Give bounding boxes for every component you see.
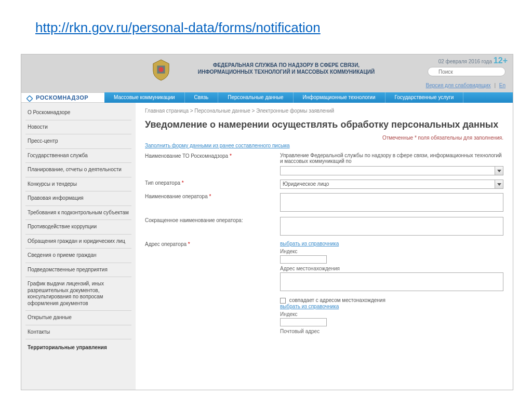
sidebar-item-contacts[interactable]: Контакты <box>25 325 131 340</box>
loc-addr-label: Адрес местонахождения <box>280 266 503 271</box>
org-label: Наименование ТО Роскомнадзора * <box>145 153 280 175</box>
emblem-icon <box>151 59 171 81</box>
sidebar-item-legal[interactable]: Правовая информация <box>25 191 131 206</box>
federal-title: ФЕДЕРАЛЬНАЯ СЛУЖБА ПО НАДЗОРУ В СФЕРЕ СВ… <box>177 62 395 75</box>
logo-diamond-icon <box>26 94 33 101</box>
sidebar-item-schedule[interactable]: График выдачи лицензий, иных разрешитель… <box>25 277 131 311</box>
sidebar: О Роскомнадзоре Новости Пресс-центр Госу… <box>21 103 136 390</box>
short-name-input[interactable] <box>280 217 503 236</box>
lang-link[interactable]: En <box>499 83 506 88</box>
sidebar-item-appeals[interactable]: Обращения граждан и юридических лиц <box>25 235 131 249</box>
sidebar-item-opendata[interactable]: Открытые данные <box>25 311 131 325</box>
sidebar-item-gov-service[interactable]: Государственная служба <box>25 149 131 163</box>
nav-item-info-tech[interactable]: Информационные технологии <box>294 92 385 103</box>
short-name-label: Сокращенное наименование оператора: <box>145 217 280 237</box>
current-date: 02 февраля 2016 года <box>438 59 492 64</box>
nav-item-personal-data[interactable]: Персональные данные <box>218 92 293 103</box>
required-note: Отмеченные * поля обязательны для заполн… <box>145 135 503 141</box>
nav-item-mass-comm[interactable]: Массовые коммуникации <box>104 92 185 103</box>
post-addr-label: Почтовый адрес <box>280 328 503 334</box>
search-input[interactable] <box>428 67 506 76</box>
same-addr-label: совпадает с адресом местонахождения <box>289 297 385 303</box>
sidebar-item-about[interactable]: О Роскомнадзоре <box>25 106 131 120</box>
accessibility-link[interactable]: Версия для слабовидящих <box>426 83 491 88</box>
svg-point-0 <box>158 67 164 72</box>
type-label: Тип оператора * <box>145 180 280 189</box>
logo-text: РОСКОМНАДЗОР <box>36 94 88 101</box>
breadcrumb: Главная страница > Персональные данные >… <box>145 108 503 114</box>
age-rating: 12+ <box>494 56 508 65</box>
index-input-2[interactable] <box>280 318 327 326</box>
chevron-down-icon <box>495 180 503 188</box>
page-title: Уведомление о намерении осуществлять обр… <box>145 119 503 131</box>
index-label: Индекс <box>280 249 503 254</box>
main-nav: Массовые коммуникации Связь Персональные… <box>104 92 513 103</box>
nav-item-gov-services[interactable]: Государственные услуги <box>385 92 464 103</box>
site-header: ФЕДЕРАЛЬНАЯ СЛУЖБА ПО НАДЗОРУ В СФЕРЕ СВ… <box>21 54 513 92</box>
type-select[interactable]: Юридическое лицо <box>280 180 503 189</box>
addr-lookup-link[interactable]: выбрать из справочника <box>280 241 339 246</box>
index-label-2: Индекс <box>280 311 503 317</box>
sidebar-item-press[interactable]: Пресс-центр <box>25 134 131 149</box>
loc-addr-input[interactable] <box>280 272 503 291</box>
sidebar-item-tenders[interactable]: Конкурсы и тендеры <box>25 177 131 192</box>
slide-url[interactable]: http://rkn.gov.ru/personal-data/forms/no… <box>35 20 321 36</box>
same-addr-checkbox[interactable] <box>280 298 286 304</box>
name-label: Наименование оператора * <box>145 193 280 213</box>
svg-rect-1 <box>26 95 32 101</box>
sidebar-item-subordinate[interactable]: Подведомственные предприятия <box>25 263 131 278</box>
sidebar-item-requirements[interactable]: Требования к подконтрольным субъектам <box>25 206 131 221</box>
sidebar-item-anticorruption[interactable]: Противодействие коррупции <box>25 220 131 235</box>
name-input[interactable] <box>280 193 503 212</box>
main-content: Главная страница > Персональные данные >… <box>136 103 513 390</box>
sidebar-section-header: Территориальные управления <box>25 339 131 352</box>
browser-window: ФЕДЕРАЛЬНАЯ СЛУЖБА ПО НАДЗОРУ В СФЕРЕ СВ… <box>21 54 513 390</box>
sidebar-item-planning[interactable]: Планирование, отчеты о деятельности <box>25 163 131 177</box>
header-links: Версия для слабовидящих | En <box>426 83 506 88</box>
org-select[interactable] <box>280 166 503 175</box>
addr-label: Адрес оператора * <box>145 241 280 335</box>
sidebar-item-news[interactable]: Новости <box>25 120 131 135</box>
sidebar-item-reception[interactable]: Сведения о приеме граждан <box>25 249 131 263</box>
prefill-link[interactable]: Заполнить форму данными из ранее составл… <box>145 143 290 148</box>
nav-item-connection[interactable]: Связь <box>185 92 219 103</box>
addr-lookup-link-2[interactable]: выбрать из справочника <box>280 304 339 309</box>
chevron-down-icon <box>495 167 503 175</box>
index-input[interactable] <box>280 255 327 264</box>
org-description: Управление Федеральной службы по надзору… <box>280 153 503 164</box>
